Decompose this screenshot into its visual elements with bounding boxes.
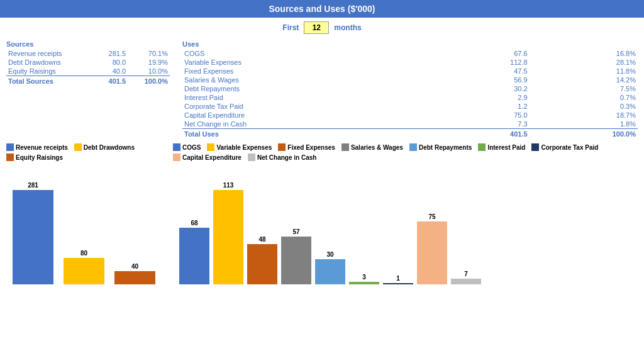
bar-group: 3 [349, 274, 379, 284]
row-label: Debt Drawdowns [6, 58, 95, 67]
bar [13, 190, 53, 284]
uses-table: Uses COGS 67.6 16.8% Variable Expenses 1… [182, 40, 638, 138]
legend-color [478, 143, 486, 151]
bar-group: 68 [179, 220, 209, 284]
first-label: First [282, 23, 299, 32]
legend-label: Interest Paid [487, 144, 525, 151]
row-pct: 14.2% [530, 75, 638, 84]
row-label: Interest Paid [182, 93, 445, 102]
uses-total-value: 401.5 [445, 129, 529, 139]
row-pct: 1.8% [530, 120, 638, 129]
uses-chart-area: 6811348573031757 [173, 165, 638, 284]
legend-label: Debt Repayments [419, 144, 472, 151]
sources-chart: Revenue receiptsDebt DrawdownsEquity Rai… [6, 143, 167, 360]
row-value: 281.5 [95, 49, 128, 58]
row-value: 56.9 [445, 75, 529, 84]
uses-title: Uses [182, 40, 638, 48]
sources-total-value: 401.5 [95, 76, 128, 86]
legend-item: Debt Drawdowns [74, 143, 135, 151]
legend-label: COGS [182, 144, 201, 151]
row-pct: 16.8% [530, 49, 638, 58]
bar-group: 7 [451, 271, 481, 284]
bar [247, 244, 277, 284]
legend-label: Capital Expenditure [182, 154, 242, 161]
months-label: months [334, 23, 361, 32]
row-value: 1.2 [445, 102, 529, 111]
legend-color [278, 143, 286, 151]
legend-color [531, 143, 539, 151]
sources-chart-area: 2818040 [6, 165, 167, 284]
legend-item: Corporate Tax Paid [531, 143, 598, 151]
legend-item: COGS [173, 143, 201, 151]
legend-color [6, 143, 14, 151]
row-pct: 18.7% [530, 111, 638, 120]
bar-value-label: 68 [191, 220, 197, 226]
table-row: Fixed Expenses 47.5 11.8% [182, 67, 638, 75]
bar [281, 237, 311, 284]
page-title: Sources and Uses ($'000) [0, 0, 644, 18]
legend-label: Debt Drawdowns [84, 144, 135, 151]
table-row: COGS 67.6 16.8% [182, 49, 638, 58]
legend-item: Fixed Expenses [278, 143, 335, 151]
bar [64, 258, 104, 284]
row-label: Debt Repayments [182, 84, 445, 93]
legend-color [341, 143, 349, 151]
row-pct: 28.1% [530, 58, 638, 67]
bar [315, 259, 345, 284]
bar-value-label: 80 [80, 250, 87, 257]
bar-value-label: 1 [396, 275, 400, 282]
uses-legend: COGSVariable ExpensesFixed ExpensesSalar… [173, 143, 638, 161]
sources-title: Sources [6, 40, 170, 48]
legend-label: Salaries & Wages [351, 144, 403, 151]
row-label: Fixed Expenses [182, 67, 445, 75]
row-value: 2.9 [445, 93, 529, 102]
legend-color [207, 143, 214, 151]
bar [213, 190, 243, 284]
bar-value-label: 30 [326, 251, 333, 258]
tables-section: Sources Revenue receipts 281.5 70.1% Deb… [0, 38, 644, 141]
row-value: 47.5 [445, 67, 529, 75]
months-input[interactable] [304, 21, 329, 34]
table-row: Debt Drawdowns 80.0 19.9% [6, 58, 170, 67]
bar-group: 57 [281, 228, 311, 284]
legend-color [173, 143, 180, 151]
table-row: Equity Raisings 40.0 10.0% [6, 67, 170, 76]
row-label: Salaries & Wages [182, 75, 445, 84]
row-value: 30.2 [445, 84, 529, 93]
legend-item: Revenue receipts [6, 143, 68, 151]
legend-color [6, 154, 14, 161]
table-row: Variable Expenses 112.8 28.1% [182, 58, 638, 67]
bar-value-label: 48 [258, 236, 265, 243]
bar-value-label: 281 [28, 182, 38, 189]
bar-value-label: 3 [362, 274, 366, 281]
row-label: Revenue receipts [6, 49, 95, 58]
row-label: Net Change in Cash [182, 120, 445, 129]
bar-value-label: 40 [131, 263, 138, 270]
sources-total-pct: 100.0% [128, 76, 170, 86]
bar-group: 75 [417, 213, 447, 284]
row-pct: 11.8% [530, 67, 638, 75]
row-pct: 10.0% [128, 67, 170, 76]
legend-item: Salaries & Wages [341, 143, 403, 151]
bar [349, 282, 379, 284]
row-pct: 70.1% [128, 49, 170, 58]
legend-item: Debt Repayments [409, 143, 472, 151]
bar-value-label: 7 [464, 271, 468, 277]
legend-label: Equity Raisings [16, 154, 63, 161]
table-row: Net Change in Cash 7.3 1.8% [182, 120, 638, 129]
table-row: Debt Repayments 30.2 7.5% [182, 84, 638, 93]
legend-color [248, 154, 255, 161]
bar [114, 271, 155, 284]
row-label: COGS [182, 49, 445, 58]
bar-value-label: 113 [223, 182, 234, 189]
table-row: Salaries & Wages 56.9 14.2% [182, 75, 638, 84]
row-label: Variable Expenses [182, 58, 445, 67]
row-value: 67.6 [445, 49, 529, 58]
bar-group: 1 [383, 275, 413, 284]
table-row: Corporate Tax Paid 1.2 0.3% [182, 102, 638, 111]
bar-group: 40 [114, 263, 155, 284]
row-pct: 0.7% [530, 93, 638, 102]
row-pct: 0.3% [530, 102, 638, 111]
bar-value-label: 57 [292, 228, 299, 235]
uses-total-row: Total Uses 401.5 100.0% [182, 129, 638, 139]
